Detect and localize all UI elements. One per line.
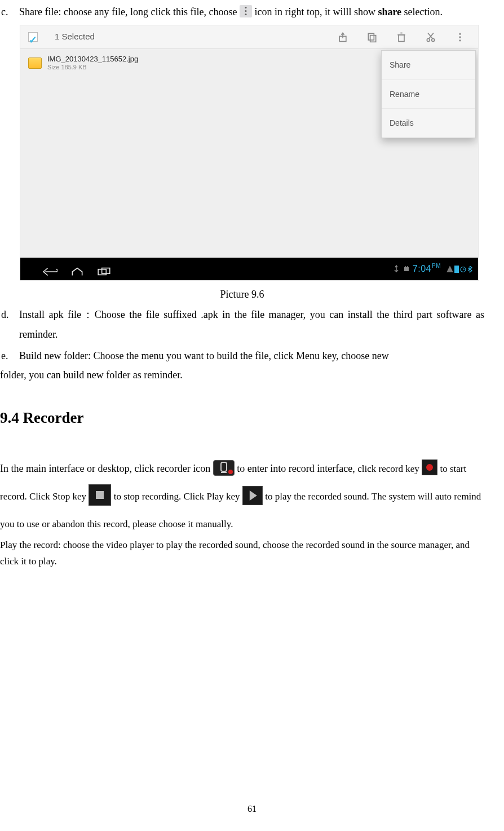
text: selection. (401, 6, 443, 17)
text: click record key (357, 463, 422, 474)
svg-line-10 (428, 33, 432, 38)
svg-line-9 (429, 33, 434, 38)
file-meta: Size 185.9 KB (47, 64, 138, 71)
list-item-e: e. Build new folder: Choose the menu you… (0, 346, 484, 365)
checkbox-icon[interactable] (28, 32, 38, 42)
text: icon in right top, it willl show (254, 6, 378, 17)
kebab-icon (240, 5, 252, 17)
nav-buttons (20, 264, 112, 274)
svg-point-13 (459, 39, 461, 41)
status-time: 7:04PM (413, 260, 441, 277)
copy-icon[interactable] (366, 32, 378, 43)
delete-icon[interactable] (396, 32, 407, 43)
status-icons (446, 266, 472, 273)
selected-count: 1 Selected (55, 29, 337, 45)
list-marker: e. (0, 346, 19, 365)
list-body: Share file: choose any file, long click … (19, 2, 484, 21)
svg-point-18 (407, 266, 408, 267)
popup-share[interactable]: Share (382, 51, 475, 80)
play-key-icon (242, 486, 263, 505)
battery-icon (454, 266, 459, 273)
svg-point-8 (432, 38, 435, 41)
text: Share file: choose any file, long click … (19, 6, 240, 17)
page-number: 61 (0, 804, 504, 814)
text: Build new folder: Choose the menu you wa… (19, 350, 389, 361)
recorder-app-icon (213, 460, 235, 476)
status-area: 7:04PM (392, 260, 478, 277)
list-item-d: d. Install apk file：Choose the file suff… (0, 305, 484, 343)
list-item-c: c. Share file: choose any file, long cli… (0, 2, 484, 21)
text: In the main interface or desktop, click … (0, 463, 213, 474)
file-thumbnail-icon (28, 58, 42, 69)
heading-recorder: 9.4 Recorder (0, 404, 484, 432)
popup-details[interactable]: Details (382, 109, 475, 138)
usb-icon (392, 265, 400, 273)
recents-icon[interactable] (97, 264, 112, 274)
text: to enter into record interface, (237, 463, 357, 474)
svg-point-7 (427, 38, 430, 41)
alarm-icon (460, 266, 466, 273)
text-bold: share (378, 6, 401, 17)
recorder-paragraph-2: Play the record: choose the video player… (0, 537, 484, 570)
svg-point-17 (405, 266, 406, 267)
back-icon[interactable] (43, 264, 58, 274)
recorder-paragraph: In the main interface or desktop, click … (0, 455, 484, 537)
header-actions (337, 32, 478, 43)
svg-point-12 (459, 36, 461, 38)
record-key-icon (422, 459, 437, 475)
svg-rect-2 (368, 33, 374, 40)
bluetooth-icon (467, 266, 472, 273)
svg-rect-3 (370, 35, 376, 42)
file-text: IMG_20130423_115652.jpg Size 185.9 KB (47, 55, 138, 71)
svg-rect-16 (404, 267, 409, 271)
text: to stop recording. Click Play key (114, 491, 242, 502)
kebab-menu-icon[interactable] (454, 32, 466, 43)
wifi-icon (446, 266, 453, 272)
share-icon[interactable] (337, 32, 348, 43)
list-marker: d. (0, 305, 19, 343)
list-body: Build new folder: Choose the menu you wa… (19, 346, 484, 365)
file-name: IMG_20130423_115652.jpg (47, 55, 138, 64)
svg-point-11 (459, 33, 461, 34)
stop-key-icon (89, 484, 111, 506)
nav-bar: 7:04PM (20, 258, 478, 280)
list-body: Install apk file：Choose the file suffixe… (19, 305, 484, 343)
screenshot-figure: 1 Selected (20, 25, 479, 281)
cut-icon[interactable] (425, 32, 436, 43)
selection-header: 1 Selected (20, 25, 478, 49)
list-item-e-cont: folder, you can build new folder as remi… (0, 365, 484, 384)
home-icon[interactable] (70, 264, 85, 274)
android-icon (403, 265, 410, 273)
popup-rename[interactable]: Rename (382, 80, 475, 109)
svg-rect-4 (399, 35, 404, 42)
popup-menu: Share Rename Details (381, 50, 476, 138)
list-marker: c. (0, 2, 19, 21)
figure-caption: Picture 9.6 (0, 288, 484, 302)
